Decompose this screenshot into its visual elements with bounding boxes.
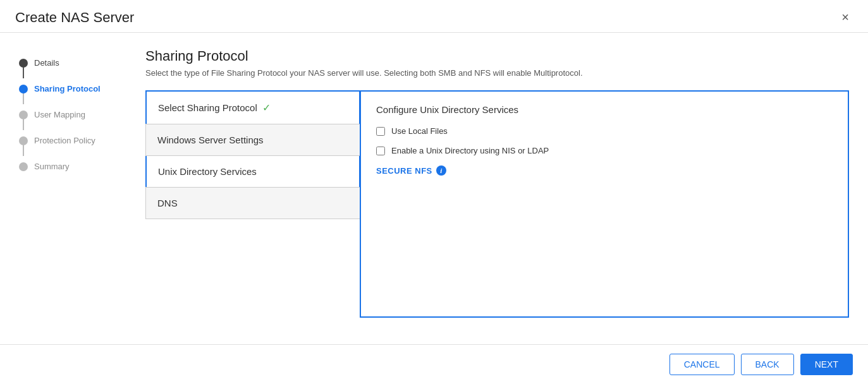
section-subtitle: Select the type of File Sharing Protocol…	[145, 68, 849, 78]
check-icon-select: ✓	[262, 102, 271, 114]
panel-windows-server-settings[interactable]: Windows Server Settings	[145, 124, 360, 156]
info-icon: i	[436, 165, 446, 176]
connector-user-mapping	[23, 117, 24, 130]
close-button[interactable]: ×	[838, 9, 853, 26]
checkbox-enable-unix-dir[interactable]	[376, 147, 385, 155]
connector-details	[23, 66, 24, 78]
panel-title-select-sharing-protocol: Select Sharing Protocol ✓	[158, 102, 348, 114]
cancel-button[interactable]: CANCEL	[669, 354, 735, 375]
panel-label-select-sharing-protocol: Select Sharing Protocol	[158, 102, 257, 113]
next-button[interactable]: NEXT	[800, 354, 853, 375]
checkbox-row-use-local-files: Use Local Files	[376, 126, 833, 136]
checkbox-row-enable-unix-dir: Enable a Unix Directory using NIS or LDA…	[376, 146, 833, 155]
left-column: Select Sharing Protocol ✓ Windows Server…	[145, 90, 360, 318]
panels-container: Select Sharing Protocol ✓ Windows Server…	[145, 90, 849, 318]
right-panel-title: Configure Unix Directory Services	[376, 104, 833, 115]
secure-nfs-text: SECURE NFS	[376, 166, 432, 176]
dialog-body: Details Sharing Protocol User Mapping Pr…	[0, 33, 868, 344]
sidebar-item-sharing-protocol[interactable]: Sharing Protocol	[19, 78, 126, 100]
back-button[interactable]: BACK	[741, 354, 794, 375]
sidebar: Details Sharing Protocol User Mapping Pr…	[0, 33, 126, 344]
dialog-header: Create NAS Server ×	[0, 0, 868, 33]
panel-label-dns: DNS	[157, 198, 178, 208]
sidebar-dot-sharing-protocol	[19, 85, 28, 93]
panel-title-dns: DNS	[157, 198, 348, 208]
sidebar-item-protection-policy[interactable]: Protection Policy	[19, 129, 126, 152]
panel-label-unix-directory-services: Unix Directory Services	[158, 166, 257, 177]
sidebar-label-protection-policy: Protection Policy	[34, 136, 95, 145]
sidebar-dot-user-mapping	[19, 111, 28, 119]
dialog-title: Create NAS Server	[15, 9, 134, 26]
sidebar-label-summary: Summary	[34, 162, 70, 171]
secure-nfs-link[interactable]: SECURE NFS i	[376, 165, 833, 176]
panel-title-unix-directory-services: Unix Directory Services	[158, 166, 348, 177]
sidebar-dot-protection-policy	[19, 136, 28, 145]
checkbox-label-enable-unix-dir: Enable a Unix Directory using NIS or LDA…	[391, 146, 549, 155]
dialog-footer: CANCEL BACK NEXT	[0, 344, 868, 384]
checkbox-use-local-files[interactable]	[376, 127, 385, 136]
sidebar-label-details: Details	[34, 58, 59, 68]
sidebar-label-sharing-protocol: Sharing Protocol	[34, 84, 101, 93]
panel-unix-directory-services[interactable]: Unix Directory Services	[145, 156, 360, 187]
sidebar-dot-summary	[19, 162, 28, 171]
sidebar-dot-details	[19, 59, 28, 68]
sidebar-label-user-mapping: User Mapping	[34, 110, 85, 119]
panel-label-windows-server-settings: Windows Server Settings	[157, 135, 264, 145]
connector-sharing-protocol	[23, 92, 24, 104]
panel-select-sharing-protocol[interactable]: Select Sharing Protocol ✓	[145, 90, 360, 124]
sidebar-item-summary[interactable]: Summary	[19, 155, 126, 177]
right-panel: Configure Unix Directory Services Use Lo…	[360, 90, 849, 318]
main-content: Sharing Protocol Select the type of File…	[126, 33, 868, 344]
connector-protection-policy	[23, 143, 24, 156]
panel-dns[interactable]: DNS	[145, 187, 360, 219]
sidebar-item-user-mapping[interactable]: User Mapping	[19, 104, 126, 126]
sidebar-item-details[interactable]: Details	[19, 52, 126, 74]
panel-title-windows-server-settings: Windows Server Settings	[157, 135, 348, 145]
checkbox-label-use-local-files: Use Local Files	[391, 126, 448, 136]
section-title: Sharing Protocol	[145, 48, 849, 64]
